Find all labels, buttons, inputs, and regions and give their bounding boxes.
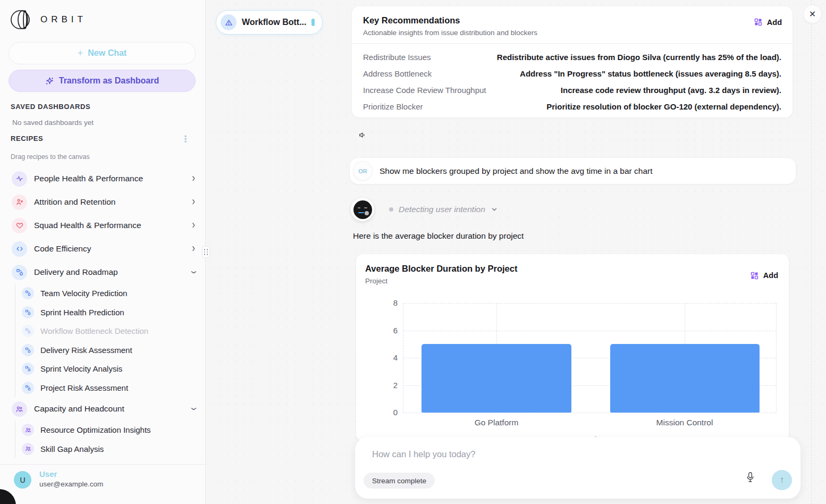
recipe-item-sprint-health[interactable]: Sprint Health Prediction (15, 303, 206, 322)
workflow-icon (22, 287, 34, 299)
recipes-header: RECIPES (11, 135, 43, 142)
user-email: user@example.com (39, 480, 103, 488)
brand-name: ORBIT (40, 14, 87, 25)
people-icon (22, 443, 34, 455)
bar-mission-control[interactable] (610, 344, 760, 413)
workflow-bottleneck-chip[interactable]: Workflow Bott... (216, 10, 323, 35)
sparkle-icon (45, 77, 54, 86)
recipe-group-attrition[interactable]: Attrition and Retention › (0, 190, 206, 214)
recipes-menu-icon[interactable]: ••• (183, 135, 188, 143)
bar-go-platform[interactable] (422, 344, 571, 413)
alert-triangle-icon (221, 14, 237, 30)
recipe-item-skill-gap[interactable]: Skill Gap Analysis (15, 440, 206, 459)
new-chat-label: New Chat (88, 48, 127, 58)
mic-button[interactable] (746, 472, 755, 485)
add-label: Add (763, 271, 778, 280)
recipe-group-people-health[interactable]: People Health & Performance › (0, 167, 206, 190)
sidebar: ORBIT + New Chat Transform as Dashboard … (0, 0, 206, 504)
sidebar-resize-handle[interactable] (202, 246, 210, 258)
status-toggle[interactable]: Detecting user intention (389, 205, 498, 214)
user-message-bubble: OR Show me blockers grouped by project a… (350, 158, 796, 184)
recipe-item-project-risk[interactable]: Project Risk Assessment (15, 379, 206, 398)
key-recommendations-card: Key Recommendations Actionable insights … (352, 6, 793, 117)
chevron-right-icon: › (192, 242, 195, 256)
user-message-text: Show me blockers grouped by project and … (380, 166, 653, 176)
recipe-item-workflow-bottleneck[interactable]: Workflow Bottleneck Detection (15, 322, 206, 341)
recipe-group-label: Squad Health & Performance (34, 221, 192, 230)
heart-icon (12, 218, 27, 233)
orbit-logo-icon (9, 7, 36, 32)
workflow-icon (22, 325, 34, 337)
microphone-icon (746, 472, 755, 483)
user-avatar: U (14, 471, 31, 489)
recipe-sublist-capacity: Resource Optimization Insights Skill Gap… (15, 421, 206, 458)
read-aloud-button[interactable] (358, 131, 367, 141)
recipe-group-label: Attrition and Retention (34, 197, 192, 207)
recipe-item-label: Team Velocity Prediction (40, 289, 127, 298)
recipe-item-label: Skill Gap Analysis (40, 444, 104, 453)
add-to-dashboard-button[interactable]: Add (754, 15, 782, 27)
y-axis-tick: 2 (383, 381, 398, 390)
chevron-down-icon: › (187, 271, 200, 274)
grid-icon (754, 18, 763, 27)
assistant-reply-text: Here is the average blocker duration by … (353, 231, 524, 241)
recipe-item-sprint-velocity[interactable]: Sprint Velocity Analysis (15, 359, 206, 379)
brand-logo: ORBIT (9, 7, 87, 32)
chat-input[interactable]: How can I help you today? (372, 449, 475, 459)
recipe-group-capacity-headcount[interactable]: Capacity and Headcount › (0, 397, 206, 421)
recipe-item-label: Project Risk Assessment (40, 383, 128, 392)
y-axis-tick: 0 (383, 408, 398, 417)
send-arrow-icon: ↑ (780, 475, 785, 485)
recipe-group-delivery-roadmap[interactable]: Delivery and Roadmap › (0, 261, 206, 284)
recipes-hint: Drag recipes to the canvas (11, 153, 90, 161)
recipe-item-delivery-risk[interactable]: Delivery Risk Assessment (15, 341, 206, 360)
assistant-status-row: Detecting user intention (351, 198, 498, 221)
recommendations-subtitle: Actionable insights from issue distribut… (363, 29, 537, 37)
transform-dashboard-label: Transform as Dashboard (59, 76, 159, 86)
chart-title: Average Blocker Duration by Project (365, 264, 517, 274)
code-icon (12, 241, 27, 257)
recommendation-text: Redistribute active issues from Diogo Si… (497, 53, 781, 62)
y-axis-tick: 8 (383, 298, 398, 307)
canvas-edge-line (811, 0, 812, 504)
chart-subtitle: Project (365, 277, 517, 285)
recipe-group-squad-health[interactable]: Squad Health & Performance › (0, 214, 206, 237)
x-axis-label: Go Platform (411, 418, 581, 427)
transform-dashboard-button[interactable]: Transform as Dashboard (9, 70, 196, 92)
chat-input-card: How can I help you today? Stream complet… (355, 437, 800, 499)
new-chat-button[interactable]: + New Chat (9, 42, 196, 64)
add-chart-button[interactable]: Add (750, 264, 778, 285)
pulse-icon (12, 171, 27, 187)
recommendation-row: Redistribute Issues Redistribute active … (363, 49, 781, 65)
assistant-avatar (351, 198, 374, 221)
chip-label: Workflow Bott... (242, 18, 306, 27)
bar-chart-plot: 8 6 4 2 0 Go Platform Mission Control Va… (403, 303, 776, 413)
recommendation-label: Increase Code Review Throughput (363, 86, 486, 95)
saved-dashboards-empty: No saved dashboards yet (12, 119, 94, 127)
recipe-item-label: Sprint Health Prediction (40, 308, 124, 317)
workflow-icon (22, 363, 34, 375)
recipe-item-label: Delivery Risk Assessment (40, 346, 132, 355)
recipe-item-resource-optimization[interactable]: Resource Optimization Insights (15, 421, 206, 440)
chevron-right-icon: › (192, 196, 195, 209)
recommendations-title: Key Recommendations (363, 15, 537, 26)
chip-indicator (311, 19, 315, 26)
recipe-group-label: Code Efficiency (34, 244, 192, 254)
y-axis-tick: 6 (383, 326, 398, 335)
recipe-group-code-efficiency[interactable]: Code Efficiency › (0, 237, 206, 261)
chevron-down-icon (491, 206, 498, 213)
chevron-right-icon: › (192, 219, 195, 232)
close-button[interactable]: ✕ (803, 5, 822, 23)
chevron-right-icon: › (192, 172, 195, 186)
workflow-icon (22, 382, 34, 394)
status-dot-icon (389, 207, 393, 212)
workflow-icon (12, 265, 27, 280)
recipe-item-team-velocity[interactable]: Team Velocity Prediction (15, 284, 206, 303)
user-profile[interactable]: U User user@example.com (0, 464, 206, 504)
recommendation-label: Address Bottleneck (363, 69, 432, 78)
recommendation-row: Prioritize Blocker Prioritize resolution… (363, 98, 781, 115)
send-button[interactable]: ↑ (772, 470, 792, 490)
recipe-group-label: Delivery and Roadmap (34, 267, 192, 277)
workflow-icon (22, 306, 34, 318)
recipe-item-label: Sprint Velocity Analysis (40, 364, 122, 373)
